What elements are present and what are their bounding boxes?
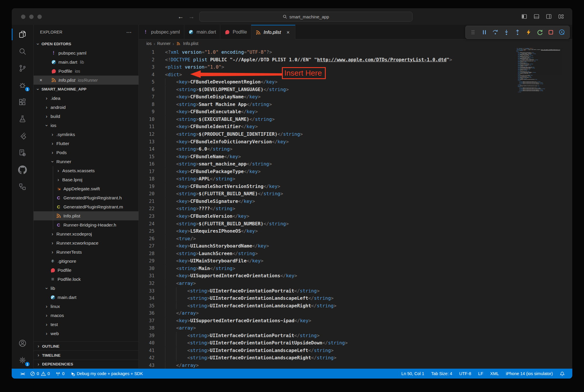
activity-settings-icon[interactable]: 1 xyxy=(12,352,33,369)
line-number[interactable]: 5 xyxy=(139,78,155,86)
line-number[interactable]: 39 xyxy=(139,332,155,339)
code-line[interactable]: 10<string>$(EXECUTABLE_NAME)</string> xyxy=(139,116,572,123)
line-number[interactable]: 12 xyxy=(139,130,155,138)
toggle-panel-icon[interactable] xyxy=(533,13,540,20)
tree-item[interactable]: CRunner-Bridging-Header.h xyxy=(34,220,138,229)
status-device-selector[interactable]: iPhone 14 (ios simulator) xyxy=(506,371,553,376)
tree-item[interactable]: CGeneratedPluginRegistrant.h xyxy=(34,193,138,202)
line-number[interactable]: 22 xyxy=(139,205,155,212)
step-into-icon[interactable] xyxy=(502,28,511,37)
project-root-header[interactable]: › SMART_MACHINE_APP xyxy=(34,85,138,94)
tree-item[interactable]: ≡Podfile.lock xyxy=(34,275,138,284)
tree-item[interactable]: ›.symlinks xyxy=(34,130,138,139)
code-line[interactable]: 39<string>UIInterfaceOrientationPortrait… xyxy=(139,332,572,339)
restart-icon[interactable] xyxy=(535,28,544,37)
activity-flutter-icon[interactable] xyxy=(12,128,33,144)
activity-github-icon[interactable] xyxy=(12,161,33,178)
open-editor-item[interactable]: !pubspec.yaml xyxy=(34,48,138,58)
code-line[interactable]: 35<string>UIInterfaceOrientationLandscap… xyxy=(139,302,572,310)
code-line[interactable]: 36</array> xyxy=(139,309,572,317)
line-number[interactable]: 15 xyxy=(139,153,155,161)
code-line[interactable]: 22<string>????</string> xyxy=(139,205,572,212)
line-number[interactable]: 40 xyxy=(139,339,155,347)
status-language-mode[interactable]: XML xyxy=(490,371,499,376)
tab-podfile[interactable]: Podfile xyxy=(220,25,251,39)
code-line[interactable]: 9<key>CFBundleExecutable</key> xyxy=(139,108,572,116)
line-number[interactable]: 11 xyxy=(139,123,155,130)
inspect-widget-icon[interactable] xyxy=(557,28,566,37)
status-eol[interactable]: LF xyxy=(478,371,483,376)
more-actions-icon[interactable]: ⋯ xyxy=(126,29,132,36)
code-line[interactable]: 6<string>$(DEVELOPMENT_LANGUAGE)</string… xyxy=(139,86,572,93)
line-number[interactable]: 4 xyxy=(139,71,155,79)
code-line[interactable]: 31<key>UISupportedInterfaceOrientations<… xyxy=(139,272,572,280)
breadcrumb-item[interactable]: ios xyxy=(146,41,152,46)
tab-pubspec-yaml[interactable]: !pubspec.yaml xyxy=(139,25,184,39)
code-line[interactable]: 1<?xml version="1.0" encoding="UTF-8"?> xyxy=(139,48,572,56)
line-number[interactable]: 24 xyxy=(139,220,155,228)
code-line[interactable]: 7<key>CFBundleDisplayName</key> xyxy=(139,93,572,101)
tree-item[interactable]: ›lib xyxy=(34,284,138,293)
toggle-primary-sidebar-icon[interactable] xyxy=(521,13,527,20)
tree-item[interactable]: ›macos xyxy=(34,311,138,320)
line-number[interactable]: 10 xyxy=(139,116,155,123)
open-editor-item[interactable]: main.dartlib xyxy=(34,58,138,67)
tree-item[interactable]: ›RunnerTests xyxy=(34,248,138,257)
code-line[interactable]: 28<string>LaunchScreen</string> xyxy=(139,250,572,257)
line-number[interactable]: 32 xyxy=(139,280,155,287)
tree-item[interactable]: CGeneratedPluginRegistrant.m xyxy=(34,202,138,211)
tree-item[interactable]: ›web xyxy=(34,329,138,338)
status-encoding[interactable]: UTF-8 xyxy=(459,371,471,376)
line-number[interactable]: 28 xyxy=(139,250,155,257)
step-over-icon[interactable] xyxy=(491,28,500,37)
line-number[interactable]: 33 xyxy=(139,287,155,295)
status-problems[interactable]: 00 xyxy=(30,371,50,376)
close-icon[interactable]: × xyxy=(38,77,44,83)
code-line[interactable]: 41<string>UIInterfaceOrientationLandscap… xyxy=(139,347,572,354)
code-line[interactable]: 5<key>CFBundleDevelopmentRegion</key> xyxy=(139,78,572,86)
step-out-icon[interactable] xyxy=(513,28,522,37)
line-number[interactable]: 18 xyxy=(139,175,155,183)
line-number[interactable]: 41 xyxy=(139,347,155,354)
tree-item[interactable]: ›linux xyxy=(34,302,138,311)
code-line[interactable]: 8<string>Smart Machine App</string> xyxy=(139,101,572,108)
code-line[interactable]: 33<string>UIInterfaceOrientationPortrait… xyxy=(139,287,572,295)
activity-account-icon[interactable] xyxy=(12,335,33,352)
status-remote[interactable]: >< xyxy=(20,371,25,376)
section-timeline[interactable]: ›TIMELINE xyxy=(34,351,138,360)
line-number[interactable]: 3 xyxy=(139,63,155,71)
line-number[interactable]: 42 xyxy=(139,354,155,362)
code-line[interactable]: 32<array> xyxy=(139,280,572,287)
open-editors-header[interactable]: › OPEN EDITORS xyxy=(34,39,138,48)
tree-item[interactable]: ›build xyxy=(34,112,138,121)
code-line[interactable]: 26<true/> xyxy=(139,235,572,243)
tree-item[interactable]: ›Pods xyxy=(34,148,138,157)
open-editor-item[interactable]: Podfileios xyxy=(34,67,138,76)
section-outline[interactable]: ›OUTLINE xyxy=(34,342,138,351)
line-number[interactable]: 26 xyxy=(139,235,155,243)
line-number[interactable]: 34 xyxy=(139,295,155,302)
line-number[interactable]: 17 xyxy=(139,168,155,175)
code-line[interactable]: 17<key>CFBundlePackageType</key> xyxy=(139,168,572,175)
status-ports[interactable]: 0 xyxy=(56,371,65,376)
code-line[interactable]: 25<key>LSRequiresIPhoneOS</key> xyxy=(139,227,572,235)
drag-handle-icon[interactable] xyxy=(469,28,478,37)
code-line[interactable]: 37<key>UISupportedInterfaceOrientations~… xyxy=(139,317,572,325)
status-notifications[interactable] xyxy=(560,371,565,376)
line-number[interactable]: 2 xyxy=(139,56,155,64)
line-number[interactable]: 6 xyxy=(139,86,155,93)
line-number[interactable]: 38 xyxy=(139,324,155,332)
line-number[interactable]: 1 xyxy=(139,48,155,56)
code-line[interactable]: 40<string>UIInterfaceOrientationPortrait… xyxy=(139,339,572,347)
code-line[interactable]: 16<string>smart_machine_app</string> xyxy=(139,160,572,168)
tree-item[interactable]: .gitignore xyxy=(34,257,138,266)
toggle-secondary-sidebar-icon[interactable] xyxy=(546,13,552,20)
line-number[interactable]: 21 xyxy=(139,198,155,205)
customize-layout-icon[interactable] xyxy=(558,13,564,20)
command-center-search[interactable]: smart_machine_app xyxy=(199,12,413,22)
line-number[interactable]: 36 xyxy=(139,309,155,317)
close-icon[interactable]: × xyxy=(285,29,291,36)
line-number[interactable]: 8 xyxy=(139,101,155,108)
line-number[interactable]: 19 xyxy=(139,183,155,190)
line-number[interactable]: 31 xyxy=(139,272,155,280)
